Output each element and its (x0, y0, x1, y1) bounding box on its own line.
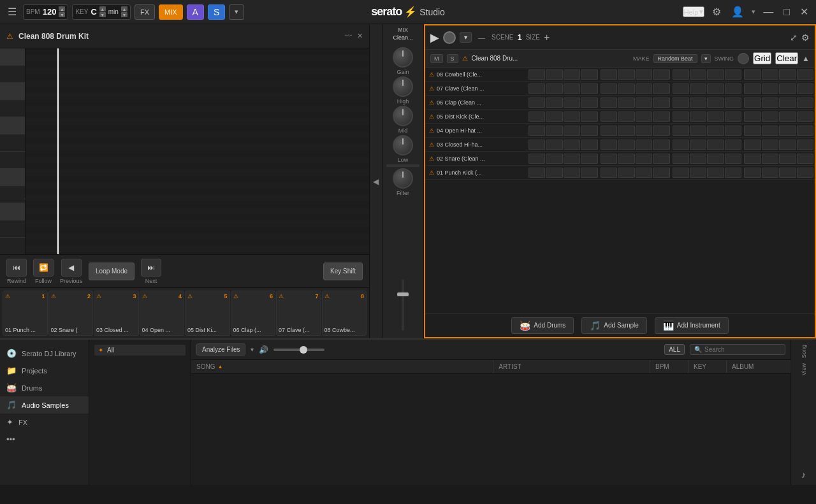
beat-pad-8-6[interactable] (618, 168, 634, 178)
beat-pad-2-2[interactable] (546, 83, 562, 94)
beat-pad-2-4[interactable] (581, 83, 597, 94)
beat-pad-7-3[interactable] (564, 154, 580, 164)
prev-button[interactable]: ◀ (61, 259, 82, 277)
piano-key-white3[interactable] (0, 134, 25, 152)
loop-mode-button[interactable]: Loop Mode (89, 263, 135, 280)
sidebar-item-more[interactable]: ••• (0, 431, 89, 448)
key-shift-button[interactable]: Key Shift (323, 263, 363, 280)
beat-pad-2-11[interactable] (707, 83, 724, 94)
plug1-button[interactable]: A (187, 4, 204, 20)
sidebar-item-serato-dj-library[interactable]: 💿 Serato DJ Library (0, 345, 89, 362)
beat-pad-4-1[interactable] (528, 112, 545, 122)
drum-add-button[interactable]: + (544, 32, 550, 43)
library-content[interactable] (191, 374, 790, 485)
key-spinner[interactable]: ▲ ▼ (99, 6, 106, 17)
grid-button[interactable]: Grid (753, 52, 771, 64)
piano-key-black[interactable] (0, 48, 25, 66)
instrument-close-icon[interactable]: ✕ (357, 32, 363, 40)
add-btn-add-instrument[interactable]: 🎹Add Instrument (655, 317, 729, 334)
beat-pad-1-2[interactable] (546, 69, 562, 80)
beat-pad-5-3[interactable] (564, 126, 580, 136)
beat-pad-3-2[interactable] (546, 97, 562, 108)
volume-fader-handle[interactable] (397, 292, 409, 296)
piano-key-white4[interactable] (0, 152, 25, 169)
beat-pad-7-9[interactable] (673, 154, 689, 164)
minimize-button[interactable]: — (761, 4, 776, 20)
beat-pad-1-3[interactable] (564, 69, 580, 80)
beat-pad-7-16[interactable] (797, 154, 813, 164)
beat-pad-8-14[interactable] (762, 168, 778, 178)
pad-2[interactable]: ⚠ 02 Snare ( 2 (48, 291, 94, 336)
beat-pad-2-14[interactable] (762, 83, 778, 94)
volume-slider[interactable] (273, 349, 324, 351)
beat-pad-8-10[interactable] (690, 168, 706, 178)
beat-pad-8-8[interactable] (653, 168, 669, 178)
all-button[interactable]: ALL (664, 344, 685, 355)
beat-pad-1-7[interactable] (636, 69, 652, 80)
col-song-header[interactable]: SONG ▲ (191, 360, 493, 373)
beat-pad-8-1[interactable] (528, 168, 545, 178)
sidebar-item-fx[interactable]: ✦ FX (0, 414, 89, 431)
beat-pad-4-7[interactable] (636, 112, 652, 122)
beat-pad-7-6[interactable] (618, 154, 634, 164)
beat-pad-5-12[interactable] (725, 126, 741, 136)
beat-pad-4-5[interactable] (601, 112, 617, 122)
piano-key-white6[interactable] (0, 220, 25, 238)
follow-button[interactable]: 🔁 (33, 259, 54, 277)
random-caret-button[interactable]: ▾ (701, 54, 711, 63)
beat-pad-1-1[interactable] (528, 69, 545, 80)
drum-settings-button[interactable]: ⚙ (801, 32, 810, 43)
beat-pad-3-12[interactable] (725, 97, 741, 108)
beat-pad-6-15[interactable] (779, 140, 796, 150)
beat-pad-2-10[interactable] (690, 83, 706, 94)
beat-pad-1-10[interactable] (690, 69, 706, 80)
beat-pad-3-16[interactable] (797, 97, 813, 108)
beat-pad-7-1[interactable] (528, 154, 545, 164)
beat-pad-6-2[interactable] (546, 140, 562, 150)
beat-pad-6-1[interactable] (528, 140, 545, 150)
beat-pad-1-11[interactable] (707, 69, 724, 80)
beat-pad-2-7[interactable] (636, 83, 652, 94)
col-album-header[interactable]: ALBUM (727, 360, 790, 373)
beat-pad-8-13[interactable] (744, 168, 761, 178)
beat-pad-2-3[interactable] (564, 83, 580, 94)
beat-pad-1-5[interactable] (601, 69, 617, 80)
high-knob[interactable] (393, 76, 413, 97)
beat-pad-7-11[interactable] (707, 154, 724, 164)
beat-pad-4-11[interactable] (707, 112, 724, 122)
beat-pad-6-6[interactable] (618, 140, 634, 150)
beat-pad-5-13[interactable] (744, 126, 761, 136)
beat-pad-4-6[interactable] (618, 112, 634, 122)
beat-pad-2-5[interactable] (601, 83, 617, 94)
beat-pad-6-8[interactable] (653, 140, 669, 150)
low-knob[interactable] (393, 135, 413, 155)
beat-pad-6-4[interactable] (581, 140, 597, 150)
beat-pad-7-12[interactable] (725, 154, 741, 164)
drum-expand-button[interactable]: ⤢ (790, 32, 798, 43)
beat-pad-2-12[interactable] (725, 83, 741, 94)
beat-pad-1-16[interactable] (797, 69, 813, 80)
beat-pad-5-15[interactable] (779, 126, 796, 136)
beat-pad-2-15[interactable] (779, 83, 796, 94)
pad-1[interactable]: ⚠ 01 Punch ... 1 (3, 291, 48, 336)
pad-6[interactable]: ⚠ 06 Clap (... 6 (231, 291, 276, 336)
beat-pad-8-9[interactable] (673, 168, 689, 178)
beat-pad-5-7[interactable] (636, 126, 652, 136)
add-btn-add-sample[interactable]: 🎵Add Sample (581, 317, 646, 334)
analyze-files-button[interactable]: Analyze Files (196, 343, 245, 356)
beat-pad-6-10[interactable] (690, 140, 706, 150)
beat-pad-1-9[interactable] (673, 69, 689, 80)
beat-pad-5-8[interactable] (653, 126, 669, 136)
sidebar-item-projects[interactable]: 📁 Projects (0, 362, 89, 379)
beat-pad-6-9[interactable] (673, 140, 689, 150)
beat-pad-2-8[interactable] (653, 83, 669, 94)
plug3-dropdown[interactable]: ▾ (229, 4, 244, 20)
mute-button[interactable]: M (430, 54, 443, 63)
beat-pad-1-15[interactable] (779, 69, 796, 80)
mix-button[interactable]: MIX (159, 4, 183, 20)
beat-pad-5-16[interactable] (797, 126, 813, 136)
beat-pad-8-16[interactable] (797, 168, 813, 178)
key-up[interactable]: ▲ (99, 6, 106, 11)
beat-pad-3-4[interactable] (581, 97, 597, 108)
plug2-button[interactable]: S (208, 4, 225, 20)
